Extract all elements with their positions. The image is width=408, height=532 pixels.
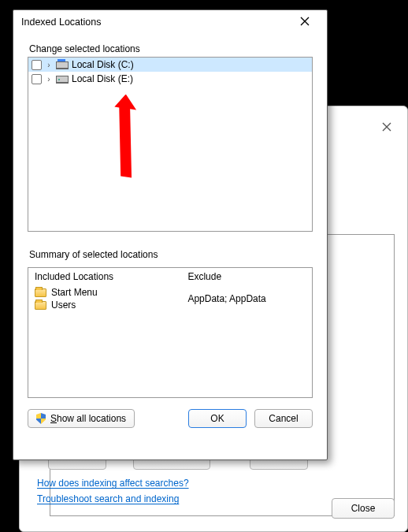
checkbox[interactable] bbox=[32, 74, 42, 84]
folder-icon bbox=[35, 301, 46, 310]
included-column: Included Locations Start Menu Users bbox=[28, 268, 181, 397]
shield-icon bbox=[36, 413, 46, 424]
included-item-label: Start Menu bbox=[51, 287, 98, 298]
drive-icon bbox=[56, 76, 69, 84]
included-item-label: Users bbox=[51, 299, 76, 311]
show-all-locations-button[interactable]: Show all locations bbox=[28, 409, 135, 428]
folder-icon bbox=[35, 288, 46, 297]
indexed-locations-dialog: Indexed Locations Change selected locati… bbox=[13, 9, 328, 460]
checkbox[interactable] bbox=[32, 60, 42, 70]
cancel-button[interactable]: Cancel bbox=[254, 409, 313, 428]
exclude-column: Exclude AppData; AppData bbox=[181, 268, 312, 397]
help-link-troubleshoot[interactable]: Troubleshoot search and indexing bbox=[37, 493, 179, 504]
included-item[interactable]: Start Menu bbox=[35, 287, 175, 298]
summary-label: Summary of selected locations bbox=[29, 249, 313, 260]
drive-icon bbox=[56, 61, 69, 69]
included-header: Included Locations bbox=[35, 271, 175, 282]
exclude-text: AppData; AppData bbox=[187, 293, 306, 304]
exclude-header: Exclude bbox=[187, 271, 306, 282]
tree-item-local-disk-c[interactable]: › Local Disk (C:) bbox=[28, 58, 312, 72]
close-button[interactable] bbox=[287, 11, 322, 32]
button-row: Show all locations OK Cancel bbox=[28, 409, 313, 428]
summary-box: Included Locations Start Menu Users Excl… bbox=[28, 267, 313, 398]
locations-tree[interactable]: › Local Disk (C:) › Local Disk (E:) bbox=[28, 57, 313, 232]
expand-icon[interactable]: › bbox=[45, 75, 53, 84]
help-link-indexing[interactable]: How does indexing affect searches? bbox=[37, 478, 189, 489]
expand-icon[interactable]: › bbox=[45, 61, 53, 69]
parent-close-button[interactable]: Close bbox=[332, 498, 395, 519]
tree-item-local-disk-e[interactable]: › Local Disk (E:) bbox=[28, 72, 312, 86]
tree-item-label: Local Disk (C:) bbox=[72, 59, 134, 70]
ok-button[interactable]: OK bbox=[188, 409, 247, 428]
tree-item-label: Local Disk (E:) bbox=[72, 73, 133, 84]
window-title: Indexed Locations bbox=[21, 17, 101, 28]
close-icon[interactable] bbox=[376, 116, 398, 138]
change-locations-label: Change selected locations bbox=[29, 43, 313, 54]
included-item[interactable]: Users bbox=[35, 299, 175, 311]
show-all-locations-label: Show all locations bbox=[50, 413, 126, 424]
titlebar: Indexed Locations bbox=[13, 10, 327, 34]
